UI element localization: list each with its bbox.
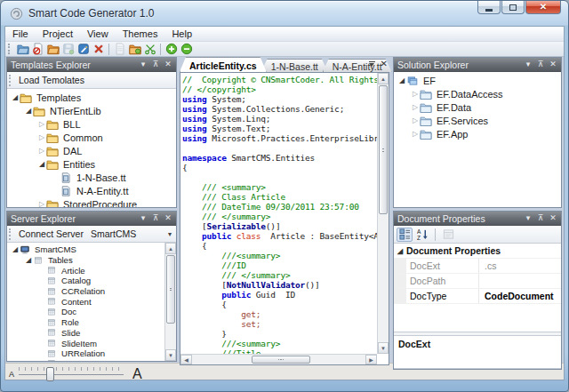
expander-closed-icon[interactable]: ▷ [411,131,420,138]
tree-item-ntierentlib[interactable]: ◢NTierEntLib [7,104,176,117]
close-icon[interactable]: ✕ [164,60,172,68]
load-templates-button[interactable]: Load Temolates [15,75,88,85]
open-folder-orange-icon[interactable] [45,43,60,56]
scrollbar-thumb[interactable] [379,85,388,214]
caption-maximize-button[interactable] [501,1,525,14]
add-icon[interactable] [164,43,179,56]
window-position-chevron-icon[interactable]: ▾ [524,60,533,68]
tab-1-n-base-tt[interactable]: 1-N-Base.tt [261,59,328,72]
expander-open-icon[interactable]: ◢ [394,247,406,255]
tree-item-storedprocedure[interactable]: ▷StoredProcedure [7,197,176,207]
code-text[interactable]: // Copyright © CNSmartCoder. All Rights … [182,75,377,354]
tree-item-ccrelation[interactable]: CCRelation [7,286,164,297]
tree-item-templates[interactable]: ◢Templates [7,91,176,104]
scroll-down-arrow-icon[interactable]: ▼ [378,342,389,354]
tree-item-catalog[interactable]: Catalog [7,276,164,286]
menu-project[interactable]: Project [36,28,80,40]
toolbar-grip[interactable] [9,75,12,86]
expander-closed-icon[interactable]: ▷ [411,117,420,124]
editor-hscrollbar[interactable]: ◀ ▶ [180,354,377,364]
expander-open-icon[interactable]: ◢ [11,246,20,253]
tree-item-ef-data[interactable]: ▷EF.Data [394,100,561,114]
property-row-doctype[interactable]: DocTypeCodeDocument [394,289,561,304]
close-icon[interactable]: ✕ [549,60,557,68]
tree-item-smartcms[interactable]: ◢SmartCMS [7,244,164,255]
server-combobox[interactable]: SmartCMS ▾ [87,227,174,241]
toolbar-grip[interactable] [9,228,12,240]
scrollbar-thumb[interactable] [166,255,175,324]
package-folder-icon[interactable] [127,43,142,56]
expander-closed-icon[interactable]: ▷ [37,121,46,128]
expander-closed-icon[interactable]: ▷ [37,134,46,141]
remove-icon[interactable] [179,43,194,56]
tree-item-tables[interactable]: ◢Tables [7,255,164,266]
combobox-arrow-icon[interactable]: ▾ [168,230,174,238]
scroll-down-arrow-icon[interactable]: ▼ [165,349,176,361]
menu-themes[interactable]: Themes [116,28,165,40]
auto-hide-pin-icon[interactable]: ⊼ [151,60,160,68]
tree-item-slide[interactable]: Slide [7,328,164,339]
edit-icon[interactable] [76,43,91,56]
tree-item-entities[interactable]: ◢Entities [7,157,176,171]
tab-list-dropdown-icon[interactable] [369,61,375,68]
tree-item-bll[interactable]: ▷BLL [7,117,176,131]
auto-hide-pin-icon[interactable]: ⊼ [151,214,160,222]
tree-item-ef[interactable]: ◢EF [394,74,561,87]
menu-file[interactable]: File [5,28,36,40]
expander-open-icon[interactable]: ◢ [24,108,33,115]
tree-item-ef-services[interactable]: ▷EF.Services [394,114,561,127]
code-editor[interactable]: // Copyright © CNSmartCoder. All Rights … [180,72,389,365]
expander-closed-icon[interactable]: ▷ [411,104,420,111]
expander-closed-icon[interactable]: ▷ [37,148,46,155]
cut-green-icon[interactable] [142,43,157,56]
expander-open-icon[interactable]: ◢ [11,94,20,101]
new-document-cancel-icon[interactable] [30,43,45,56]
scrollbar-thumb[interactable] [252,356,310,364]
tree-item-content[interactable]: Content [7,296,164,307]
scroll-right-arrow-icon[interactable]: ▶ [365,355,377,364]
close-icon[interactable]: ✕ [549,214,557,222]
tree-item-slideitem[interactable]: SlideItem [7,338,164,348]
scroll-up-arrow-icon[interactable]: ▲ [165,243,176,254]
caption-close-button[interactable]: ✕ [525,1,561,14]
expander-closed-icon[interactable]: ▷ [37,201,46,208]
close-icon[interactable]: ✕ [164,214,172,222]
menu-view[interactable]: View [80,28,116,40]
server-tree-scrollbar[interactable]: ▲ ▼ [164,243,176,361]
sort-alphabetical-icon[interactable]: AZ [414,228,430,242]
tree-item-item[interactable] [7,359,164,361]
close-document-icon[interactable]: ✕ [381,60,388,68]
expander-open-icon[interactable]: ◢ [37,161,46,168]
categorized-icon[interactable] [397,228,413,242]
toolbar-grip[interactable] [8,44,12,54]
tab-articleentity-cs[interactable]: ArticleEntity.cs [180,57,267,72]
property-value[interactable]: .cs [479,260,561,271]
tree-item-urrelation[interactable]: URRelation [7,348,164,359]
expander-open-icon[interactable]: ◢ [24,257,33,264]
window-position-chevron-icon[interactable]: ▾ [524,214,533,222]
tree-item-doc[interactable]: Doc [7,307,164,317]
delete-icon[interactable] [91,43,106,56]
slider-track[interactable] [19,366,124,382]
window-position-chevron-icon[interactable]: ▾ [139,214,148,222]
caption-minimize-button[interactable] [477,1,501,14]
scroll-up-arrow-icon[interactable]: ▲ [378,73,389,84]
tree-item-ef-dataaccess[interactable]: ▷EF.DataAccess [394,87,561,100]
tree-item-dal[interactable]: ▷DAL [7,144,176,157]
property-row-docext[interactable]: DocExt.cs [394,259,561,274]
auto-hide-pin-icon[interactable]: ⊼ [536,60,545,68]
scroll-left-arrow-icon[interactable]: ◀ [180,355,192,364]
open-folder-blue-icon[interactable] [15,43,30,56]
window-position-chevron-icon[interactable]: ▾ [139,60,148,68]
tree-item-article[interactable]: Article [7,265,164,276]
expander-open-icon[interactable]: ◢ [397,77,406,84]
tree-item-common[interactable]: ▷Common [7,131,176,144]
tree-item-1-n-base-tt[interactable]: 1-N-Base.tt [7,171,176,184]
tree-item-role[interactable]: Role [7,317,164,328]
menu-help[interactable]: Help [164,28,199,40]
property-value[interactable]: CodeDocument [479,291,561,301]
property-row-docpath[interactable]: DocPath [394,274,561,289]
tree-item-ef-app[interactable]: ▷EF.App [394,127,561,140]
tree-item-n-a-entity-tt[interactable]: N-A-Entity.tt [7,184,176,197]
property-category-row[interactable]: ◢Document Properties [394,244,561,259]
